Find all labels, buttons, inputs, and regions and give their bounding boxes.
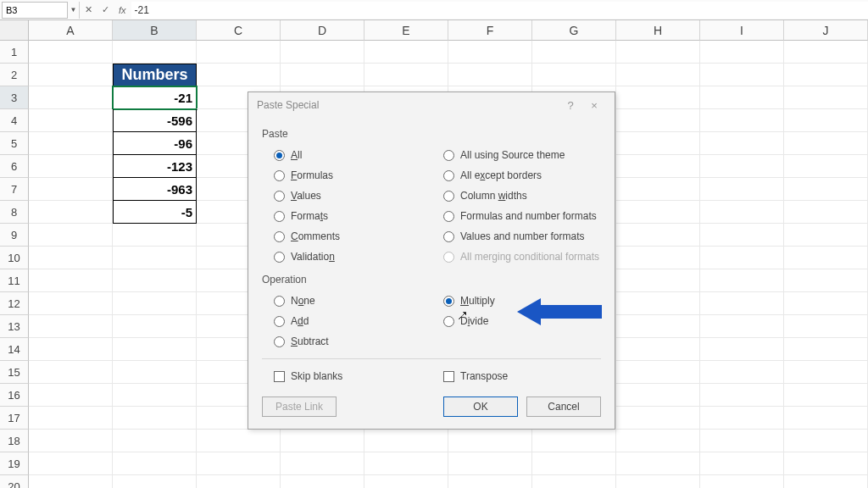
cell-J2[interactable] — [784, 64, 868, 86]
cell-H11[interactable] — [616, 269, 700, 292]
cell-A12[interactable] — [29, 292, 113, 315]
cell-B11[interactable] — [113, 269, 197, 292]
cell-A13[interactable] — [29, 315, 113, 338]
row-header-15[interactable]: 15 — [0, 361, 29, 384]
cell-B9[interactable] — [113, 224, 197, 247]
cell-I15[interactable] — [700, 361, 784, 384]
cell-J10[interactable] — [784, 247, 868, 269]
cell-I20[interactable] — [700, 475, 784, 488]
cell-D2[interactable] — [281, 64, 364, 86]
cell-B1[interactable] — [113, 41, 197, 64]
column-header-e[interactable]: E — [364, 20, 448, 41]
cell-J20[interactable] — [784, 475, 868, 488]
row-header-6[interactable]: 6 — [0, 155, 29, 178]
row-header-4[interactable]: 4 — [0, 109, 29, 132]
cell-H13[interactable] — [616, 315, 700, 338]
cell-G19[interactable] — [532, 452, 616, 475]
column-header-h[interactable]: H — [616, 20, 700, 41]
name-box[interactable] — [2, 2, 68, 19]
operation-radio-subtract[interactable]: Subtract — [262, 331, 431, 352]
cell-B20[interactable] — [113, 475, 197, 488]
cell-B6[interactable]: -123 — [113, 155, 197, 178]
cell-I17[interactable] — [700, 407, 784, 430]
cell-H12[interactable] — [616, 292, 700, 315]
formula-input[interactable] — [131, 2, 868, 19]
cell-A10[interactable] — [29, 247, 113, 269]
cell-C19[interactable] — [197, 452, 281, 475]
column-header-g[interactable]: G — [532, 20, 616, 41]
cell-I12[interactable] — [700, 292, 784, 315]
row-header-1[interactable]: 1 — [0, 41, 29, 64]
cell-H10[interactable] — [616, 247, 700, 269]
row-header-19[interactable]: 19 — [0, 452, 29, 475]
cell-A2[interactable] — [29, 64, 113, 86]
cell-A20[interactable] — [29, 475, 113, 488]
cell-H7[interactable] — [616, 178, 700, 201]
cell-J8[interactable] — [784, 201, 868, 224]
operation-radio-add[interactable]: Add — [262, 311, 431, 331]
row-header-8[interactable]: 8 — [0, 201, 29, 224]
column-header-c[interactable]: C — [197, 20, 281, 41]
operation-radio-multiply[interactable]: Multiply — [431, 291, 601, 311]
cell-H8[interactable] — [616, 201, 700, 224]
paste-radio-comments[interactable]: Comments — [262, 226, 431, 247]
row-header-20[interactable]: 20 — [0, 475, 29, 488]
paste-radio-formulas-and-number-formats[interactable]: Formulas and number formats — [431, 206, 601, 226]
cell-I4[interactable] — [700, 109, 784, 132]
cell-B17[interactable] — [113, 407, 197, 430]
paste-radio-column-widths[interactable]: Column widths — [431, 186, 601, 206]
cell-C1[interactable] — [197, 41, 281, 64]
cell-J15[interactable] — [784, 361, 868, 384]
cell-E19[interactable] — [364, 452, 448, 475]
name-box-dropdown[interactable]: ▼ — [68, 2, 80, 19]
cell-H17[interactable] — [616, 407, 700, 430]
cell-B8[interactable]: -5 — [113, 201, 197, 224]
cell-F20[interactable] — [448, 475, 532, 488]
paste-radio-values-and-number-formats[interactable]: Values and number formats — [431, 226, 601, 247]
cell-E18[interactable] — [364, 430, 448, 452]
ok-button[interactable]: OK — [443, 396, 518, 417]
cell-I14[interactable] — [700, 338, 784, 361]
cell-J14[interactable] — [784, 338, 868, 361]
row-header-5[interactable]: 5 — [0, 132, 29, 155]
cell-H3[interactable] — [616, 86, 700, 109]
cell-A16[interactable] — [29, 384, 113, 407]
cell-B15[interactable] — [113, 361, 197, 384]
cell-H4[interactable] — [616, 109, 700, 132]
cell-I5[interactable] — [700, 132, 784, 155]
cell-A18[interactable] — [29, 430, 113, 452]
column-header-b[interactable]: B — [113, 20, 197, 41]
row-header-11[interactable]: 11 — [0, 269, 29, 292]
cell-A19[interactable] — [29, 452, 113, 475]
row-header-12[interactable]: 12 — [0, 292, 29, 315]
cell-J9[interactable] — [784, 224, 868, 247]
cell-A14[interactable] — [29, 338, 113, 361]
row-header-2[interactable]: 2 — [0, 64, 29, 86]
cell-D19[interactable] — [281, 452, 364, 475]
cell-D18[interactable] — [281, 430, 364, 452]
cell-A9[interactable] — [29, 224, 113, 247]
cell-C2[interactable] — [197, 64, 281, 86]
cell-E2[interactable] — [364, 64, 448, 86]
column-header-a[interactable]: A — [29, 20, 113, 41]
cell-G1[interactable] — [532, 41, 616, 64]
row-header-14[interactable]: 14 — [0, 338, 29, 361]
cell-F1[interactable] — [448, 41, 532, 64]
cancel-button[interactable]: Cancel — [526, 396, 601, 417]
cell-J12[interactable] — [784, 292, 868, 315]
operation-radio-divide[interactable]: Divide — [431, 311, 601, 331]
cell-A15[interactable] — [29, 361, 113, 384]
cell-H19[interactable] — [616, 452, 700, 475]
cell-I8[interactable] — [700, 201, 784, 224]
cell-B5[interactable]: -96 — [113, 132, 197, 155]
paste-link-button[interactable]: Paste Link — [262, 396, 337, 417]
column-header-f[interactable]: F — [448, 20, 532, 41]
cell-I3[interactable] — [700, 86, 784, 109]
row-header-10[interactable]: 10 — [0, 247, 29, 269]
cell-A3[interactable] — [29, 86, 113, 109]
cell-B16[interactable] — [113, 384, 197, 407]
operation-radio-none[interactable]: None — [262, 291, 431, 311]
cell-J1[interactable] — [784, 41, 868, 64]
cell-H9[interactable] — [616, 224, 700, 247]
cell-D20[interactable] — [281, 475, 364, 488]
